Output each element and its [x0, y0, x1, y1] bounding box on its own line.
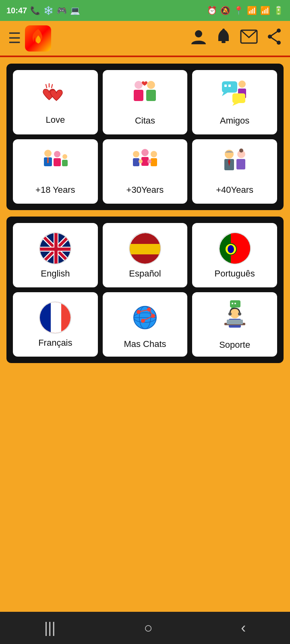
svg-rect-22: [232, 93, 245, 103]
svg-point-31: [133, 151, 139, 157]
svg-rect-32: [133, 158, 139, 166]
portugues-label: Português: [215, 268, 255, 279]
svg-point-43: [239, 149, 243, 153]
svg-point-82: [228, 312, 232, 316]
soporte-label: Soporte: [219, 340, 250, 350]
categories-grid: Love Citas: [13, 70, 277, 204]
profile-icon[interactable]: [190, 28, 207, 49]
mute-icon: 🔕: [220, 6, 230, 15]
soporte-tile[interactable]: Soporte: [192, 292, 277, 357]
svg-point-2: [222, 29, 225, 31]
citas-label: Citas: [135, 116, 155, 126]
40years-label: +40Years: [216, 185, 253, 195]
languages-section: English Español: [6, 217, 284, 363]
maschats-icon: [129, 301, 161, 335]
svg-point-14: [147, 81, 155, 89]
maschats-tile[interactable]: Mas Chats: [103, 292, 188, 357]
svg-line-9: [46, 85, 47, 88]
battery-icon: 🔋: [273, 6, 284, 15]
18years-icon: [39, 149, 71, 181]
monitor-icon: 💻: [70, 6, 80, 15]
svg-rect-64: [40, 302, 51, 334]
40years-tile[interactable]: +40Years: [192, 139, 277, 204]
share-icon[interactable]: [267, 28, 282, 49]
svg-rect-15: [146, 90, 156, 101]
svg-rect-1: [222, 41, 226, 43]
svg-point-33: [141, 149, 149, 156]
svg-rect-57: [130, 244, 161, 254]
categories-section: Love Citas: [6, 64, 284, 210]
nav-recent-apps[interactable]: |||: [44, 619, 56, 636]
espanol-label: Español: [129, 268, 161, 279]
citas-tile[interactable]: Citas: [103, 70, 188, 134]
francais-tile[interactable]: Français: [13, 292, 98, 357]
svg-point-0: [195, 30, 202, 37]
svg-line-11: [52, 85, 52, 88]
svg-rect-18: [224, 85, 227, 87]
main-content: Love Citas: [0, 57, 290, 537]
english-label: English: [41, 268, 70, 279]
amigos-label: Amigos: [220, 116, 249, 126]
app-logo: [25, 25, 51, 52]
svg-point-24: [44, 150, 52, 157]
background-fill: [6, 369, 284, 530]
amigos-icon: [219, 79, 251, 111]
svg-rect-65: [51, 302, 61, 334]
30years-label: +30Years: [126, 185, 164, 195]
languages-grid: English Español: [13, 223, 277, 357]
header-right: [190, 28, 282, 49]
time-display: 10:47: [6, 6, 27, 15]
status-left: 10:47 📞 ❄️ 🎮 💻: [6, 6, 80, 15]
portugues-tile[interactable]: Português: [192, 223, 277, 287]
status-bar: 10:47 📞 ❄️ 🎮 💻 ⏰ 🔕 📍 📶 📶 🔋: [0, 0, 290, 21]
svg-marker-17: [222, 93, 228, 96]
es-flag: [129, 232, 161, 264]
controller-icon: 🎮: [57, 6, 67, 15]
pt-flag: [219, 232, 251, 264]
amigos-tile[interactable]: Amigos: [192, 70, 277, 134]
citas-icon: [130, 79, 160, 111]
nav-bar: ||| ○ ‹: [0, 612, 290, 644]
svg-point-26: [54, 151, 60, 157]
svg-rect-86: [227, 320, 243, 324]
svg-line-8: [270, 37, 279, 43]
francais-label: Français: [38, 338, 72, 348]
alarm-icon: ⏰: [207, 6, 217, 15]
40years-icon: [219, 149, 251, 181]
svg-rect-19: [228, 85, 231, 87]
svg-rect-13: [134, 90, 143, 101]
menu-icon[interactable]: ☰: [8, 30, 21, 47]
love-tile[interactable]: Love: [13, 70, 98, 134]
svg-point-62: [228, 245, 234, 253]
svg-point-83: [238, 312, 241, 316]
notification-icon[interactable]: [216, 28, 231, 49]
nav-back[interactable]: ‹: [241, 619, 246, 636]
30years-icon: [129, 149, 161, 181]
signal-icon: 📶: [260, 6, 270, 15]
18years-label: +18 Years: [35, 185, 75, 195]
30years-tile[interactable]: +30Years: [103, 139, 188, 204]
status-right: ⏰ 🔕 📍 📶 📶 🔋: [207, 6, 284, 15]
svg-point-28: [62, 154, 67, 159]
18years-tile[interactable]: +18 Years: [13, 139, 98, 204]
svg-rect-29: [62, 160, 68, 166]
maschats-label: Mas Chats: [124, 339, 166, 349]
header-left: ☰: [8, 25, 51, 52]
svg-point-80: [234, 303, 236, 304]
svg-point-20: [238, 80, 246, 88]
bluetooth-icon: ❄️: [44, 6, 54, 15]
uk-flag: [39, 232, 71, 264]
love-label: Love: [46, 115, 65, 125]
svg-line-7: [270, 31, 279, 37]
svg-point-79: [232, 303, 233, 304]
svg-rect-44: [236, 159, 245, 169]
phone-icon: 📞: [30, 6, 40, 15]
svg-rect-53: [40, 248, 71, 251]
message-icon[interactable]: [240, 29, 258, 47]
english-tile[interactable]: English: [13, 223, 98, 287]
svg-point-37: [139, 159, 143, 163]
love-icon: [41, 80, 69, 111]
espanol-tile[interactable]: Español: [103, 223, 188, 287]
wifi-icon: 📶: [247, 6, 257, 15]
nav-home[interactable]: ○: [144, 619, 153, 636]
